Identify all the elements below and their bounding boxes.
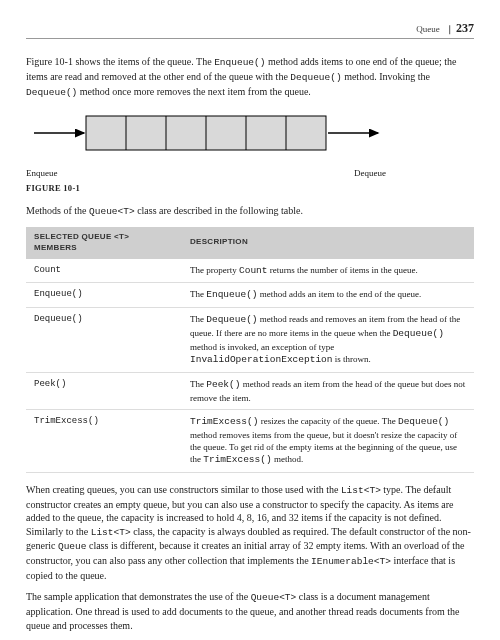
text: class are described in the following tab…: [135, 205, 303, 216]
code-ienumerable: IEnumerable<T>: [311, 556, 391, 567]
figure-10-1: Enqueue Dequeue: [26, 110, 474, 179]
member-cell: Peek(): [26, 372, 182, 409]
desc-cell: The Peek() method reads an item from the…: [182, 372, 474, 409]
code-queue-t: Queue<T>: [251, 592, 297, 603]
figure-labels: Enqueue Dequeue: [26, 167, 386, 179]
divider: ❘: [446, 23, 456, 35]
enqueue-label: Enqueue: [26, 167, 58, 179]
members-table: SELECTED QUEUE <T> MEMBERS DESCRIPTION C…: [26, 227, 474, 473]
member-cell: Enqueue(): [26, 283, 182, 308]
table-row: TrimExcess()TrimExcess() resizes the cap…: [26, 409, 474, 472]
section-title: Queue: [416, 23, 440, 35]
text: Methods of the: [26, 205, 89, 216]
col-desc: DESCRIPTION: [182, 227, 474, 259]
paragraph-2: Methods of the Queue<T> class are descri…: [26, 204, 474, 219]
table-row: CountThe property Count returns the numb…: [26, 259, 474, 283]
member-cell: Dequeue(): [26, 308, 182, 373]
col-member: SELECTED QUEUE <T> MEMBERS: [26, 227, 182, 259]
code-list-t: List<T>: [91, 527, 131, 538]
page-number: 237: [456, 20, 474, 36]
code-dequeue: Dequeue(): [290, 72, 341, 83]
paragraph-1: Figure 10-1 shows the items of the queue…: [26, 55, 474, 99]
desc-cell: TrimExcess() resizes the capacity of the…: [182, 409, 474, 472]
table-row: Enqueue()The Enqueue() method adds an it…: [26, 283, 474, 308]
code-enqueue: Enqueue(): [214, 57, 265, 68]
page-header: Queue ❘ 237: [26, 20, 474, 39]
desc-cell: The Enqueue() method adds an item to the…: [182, 283, 474, 308]
code-queue: Queue: [58, 541, 87, 552]
text: method. Invoking the: [342, 71, 430, 82]
queue-diagram-svg: [26, 110, 386, 165]
paragraph-3: When creating queues, you can use constr…: [26, 483, 474, 583]
code-dequeue: Dequeue(): [26, 87, 77, 98]
code-queue-t: Queue<T>: [89, 206, 135, 217]
code-list-t: List<T>: [341, 485, 381, 496]
figure-caption: FIGURE 10-1: [26, 183, 474, 194]
text: The sample application that demonstrates…: [26, 591, 251, 602]
desc-cell: The Dequeue() method reads and removes a…: [182, 308, 474, 373]
text: Figure 10-1 shows the items of the queue…: [26, 56, 214, 67]
member-cell: TrimExcess(): [26, 409, 182, 472]
table-row: Dequeue()The Dequeue() method reads and …: [26, 308, 474, 373]
dequeue-label: Dequeue: [354, 167, 386, 179]
table-row: Peek()The Peek() method reads an item fr…: [26, 372, 474, 409]
member-cell: Count: [26, 259, 182, 283]
paragraph-4: The sample application that demonstrates…: [26, 590, 474, 632]
desc-cell: The property Count returns the number of…: [182, 259, 474, 283]
text: When creating queues, you can use constr…: [26, 484, 341, 495]
text: method once more removes the next item f…: [77, 86, 311, 97]
